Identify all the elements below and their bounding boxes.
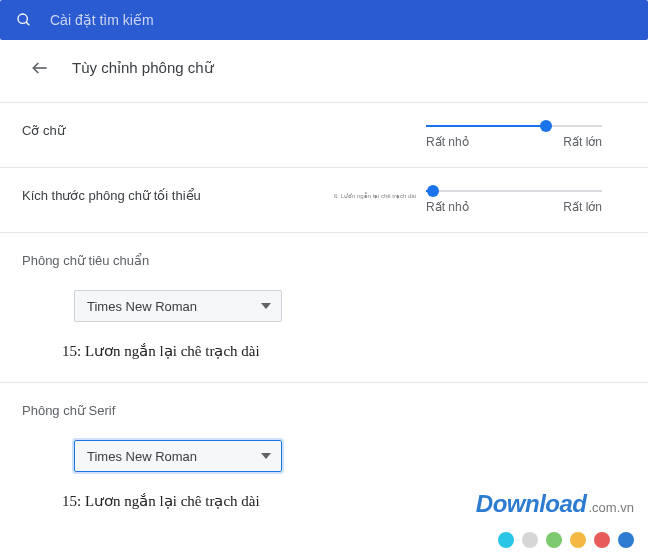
svg-marker-3 [261,303,271,309]
chevron-down-icon [261,451,271,461]
font-size-section: Cỡ chữ Rất nhỏ Rất lớn [0,102,648,167]
dot-icon [570,532,586,548]
dot-icon [522,532,538,548]
dot-icon [618,532,634,548]
font-size-label: Cỡ chữ [22,123,426,138]
page-title: Tùy chỉnh phông chữ [72,59,214,77]
watermark-logo: Download .com.vn [476,490,634,518]
serif-font-dropdown[interactable]: Times New Roman [74,440,282,472]
min-font-size-label: Kích thước phông chữ tối thiểu [22,188,316,203]
dot-icon [546,532,562,548]
svg-marker-4 [261,453,271,459]
min-font-size-section: Kích thước phông chữ tối thiểu 6: Lươn n… [0,167,648,232]
slider-max-label: Rất lớn [563,135,602,149]
search-bar[interactable]: Cài đặt tìm kiếm [0,0,648,40]
font-size-slider[interactable] [426,125,602,127]
back-arrow-icon[interactable] [30,58,50,78]
serif-font-label: Phông chữ Serif [22,403,626,418]
svg-line-1 [26,22,29,25]
slider-thumb[interactable] [540,120,552,132]
standard-font-dropdown[interactable]: Times New Roman [74,290,282,322]
slider-max-label: Rất lớn [563,200,602,214]
min-font-preview: 6: Lươn ngắn lại chê trạch dài [316,192,416,199]
dropdown-value: Times New Roman [87,449,197,464]
min-font-size-slider[interactable] [426,190,602,192]
slider-min-label: Rất nhỏ [426,200,469,214]
watermark-brand: Download [476,490,587,518]
watermark-domain: .com.vn [588,500,634,515]
dot-icon [594,532,610,548]
svg-point-0 [18,14,27,23]
dropdown-value: Times New Roman [87,299,197,314]
slider-thumb[interactable] [427,185,439,197]
dot-icon [498,532,514,548]
search-placeholder: Cài đặt tìm kiếm [50,12,154,28]
page-header: Tùy chỉnh phông chữ [0,40,648,102]
slider-min-label: Rất nhỏ [426,135,469,149]
search-icon [16,12,32,28]
standard-font-section: Phông chữ tiêu chuẩn Times New Roman 15:… [0,232,648,382]
standard-font-label: Phông chữ tiêu chuẩn [22,253,626,268]
watermark-dots [498,532,634,548]
chevron-down-icon [261,301,271,311]
standard-font-preview: 15: Lươn ngắn lại chê trạch dài [62,342,626,360]
